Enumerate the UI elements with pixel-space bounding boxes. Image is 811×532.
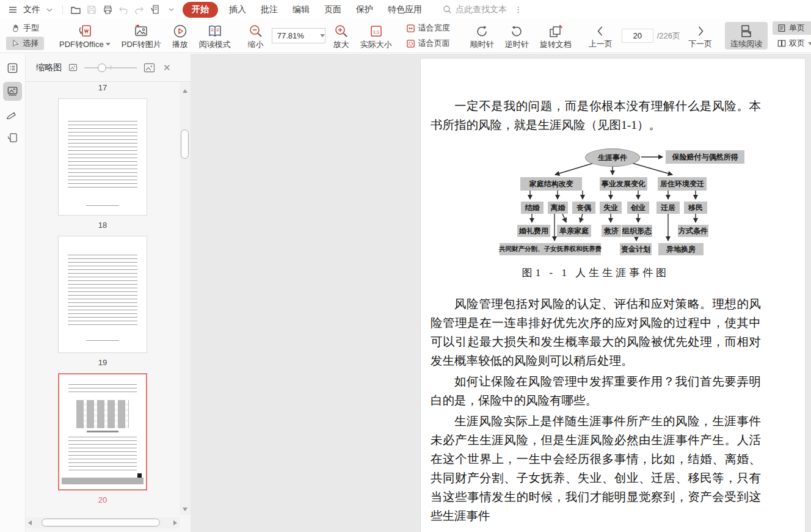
export-pdf-icon[interactable] [147,3,163,16]
pdf-to-image-icon [133,24,149,38]
thumbnail-size-slider[interactable] [84,64,137,72]
fit-page-icon [406,39,415,48]
rotate-clockwise-button[interactable]: 顺时针 [465,19,500,53]
thumbnail-panel-header: 缩略图 ✕ [26,54,191,82]
next-page-label: 下一页 [688,40,712,48]
rotate-counterclockwise-icon [509,24,524,38]
annotation-panel-button[interactable] [3,105,22,124]
paragraph: 风险管理包括对风险的认定、评估和应对策略。理想的风险管理是在一连串排好优先次序的… [431,294,761,370]
pdf-to-office-icon [77,24,93,38]
svg-text:1:1: 1:1 [373,29,379,34]
read-mode-button[interactable]: 阅读模式 [194,19,236,53]
hand-icon [11,24,20,33]
continuous-pages-icon [739,24,754,38]
small-thumbnail-icon[interactable] [68,64,78,71]
double-page-label: 双页 [789,38,805,49]
thumbnail-page-number-current: 20 [98,495,107,505]
page-number-input[interactable] [622,29,653,43]
horizontal-scroll-thumb[interactable] [42,519,160,527]
page-navigation: 上一页 /226页 下一页 [583,19,718,53]
paragraph: 一定不是我的问题，而是你根本没有理解什么是风险。本书所指的风险，就是生涯风险（见… [431,97,761,134]
fit-width-label: 适合宽度 [418,23,450,34]
tab-protect[interactable]: 保护 [349,2,380,17]
actual-size-button[interactable]: 1:1 实际大小 [355,19,398,53]
chevron-right-icon [694,24,707,38]
workspace: 缩略图 ✕ 17 18 19 [0,54,811,532]
hand-tool-button[interactable]: 手型 [6,21,44,35]
figure-node-property: 共同财产分割、子女抚养权和抚养费 [500,243,601,255]
fit-page-button[interactable]: 适合页面 [401,37,455,50]
magnifier-plus-icon [334,24,349,38]
single-page-button[interactable]: 单页 [773,21,811,35]
redo-icon[interactable] [131,3,147,16]
scroll-down-arrow[interactable] [183,508,187,511]
pdf-to-office-button[interactable]: PDF转Office [54,19,116,53]
chevron-down-icon[interactable] [163,3,179,16]
rotate-clockwise-label: 顺时针 [470,40,494,48]
outline-panel-button[interactable] [3,59,22,78]
zoom-in-button[interactable]: 放大 [328,19,355,53]
slider-knob[interactable] [98,64,106,72]
figure-node-unemploy: 失业 [600,202,622,214]
thumbnail-page-20-selected[interactable] [58,373,147,490]
zoom-level-input[interactable] [272,31,320,40]
tab-insert[interactable]: 插入 [222,2,253,17]
page-layout-buttons: 单页 双页 [769,19,811,53]
print-icon[interactable] [100,3,115,16]
open-folder-icon[interactable] [68,3,84,16]
thumbnail-diagram-preview [76,400,129,428]
tab-page[interactable]: 页面 [317,2,349,17]
close-panel-icon[interactable]: ✕ [163,62,171,73]
sidebar-vertical-scrollbar[interactable] [180,82,191,515]
zoom-dropdown-arrow[interactable] [320,29,325,43]
scroll-up-arrow[interactable] [183,89,187,93]
zoom-out-button[interactable]: 缩小 [242,19,269,53]
undo-icon[interactable] [115,3,131,16]
cursor-icon [11,39,20,48]
double-page-button[interactable]: 双页 [773,37,811,50]
file-menu[interactable]: 文件 [23,4,40,15]
figure-node-marry: 结婚 [521,202,544,214]
thumbnail-page-18[interactable] [58,98,147,216]
rotate-counterclockwise-button[interactable]: 逆时针 [500,19,534,53]
pdf-to-image-button[interactable]: PDF转图片 [116,19,167,53]
tab-special-apps[interactable]: 特色应用 [380,2,429,17]
book-icon [207,24,223,38]
find-text-search[interactable]: 点此查找文本 [443,4,507,15]
chevron-down-icon[interactable] [42,3,57,16]
scroll-right-arrow[interactable] [173,520,177,525]
figure-1-1-diagram: 生涯事件 保险赔付与偶然所得 家庭结构改变 事业发展变化 居住环境变迁 结婚 离… [492,147,746,258]
zoom-level-combobox[interactable] [272,28,325,43]
tab-annotate[interactable]: 批注 [253,2,285,17]
rotate-document-button[interactable]: 旋转文档 [534,19,577,53]
scroll-left-arrow[interactable] [28,520,32,525]
tab-home[interactable]: 开始 [183,2,218,18]
thumbnail-page-19[interactable] [58,236,147,353]
continuous-reading-button[interactable]: 连续阅读 [725,22,768,49]
previous-page-button[interactable]: 上一页 [583,24,618,48]
fit-width-button[interactable]: 适合宽度 [401,21,455,35]
figure-node-fund-plan: 资金计划 [620,243,652,255]
large-thumbnail-icon[interactable] [144,63,155,73]
figure-node-wedding-cost: 婚礼费用 [517,225,550,237]
double-page-icon [777,39,786,48]
document-view[interactable]: 一定不是我的问题，而是你根本没有理解什么是风险。本书所指的风险，就是生涯风险（见… [191,54,811,532]
figure-node-method-cond: 方式条件 [678,225,708,237]
hand-tool-label: 手型 [23,23,39,34]
select-tool-button[interactable]: 选择 [6,37,44,50]
thumbnail-sidebar: 缩略图 ✕ 17 18 19 [26,54,191,532]
thumbnail-page-number: 18 [98,220,107,230]
vertical-scroll-thumb[interactable] [181,129,189,159]
menu-bar: 文件 开始 插入 批注 编辑 页面 保护 特色应用 点此查找文本 ⋮ [0,0,811,19]
save-icon[interactable] [84,3,100,16]
thumbnail-panel-button[interactable] [3,82,22,101]
divider [62,5,63,15]
figure-node-startup: 创业 [627,202,649,214]
next-page-button[interactable]: 下一页 [683,24,718,48]
tab-edit[interactable]: 编辑 [285,2,317,17]
play-button[interactable]: 播放 [167,19,194,53]
more-options-icon[interactable]: ⋮ [514,5,522,14]
hamburger-menu-icon[interactable] [5,3,21,16]
attachment-panel-button[interactable] [3,128,22,147]
sidebar-horizontal-scrollbar[interactable] [26,517,180,528]
